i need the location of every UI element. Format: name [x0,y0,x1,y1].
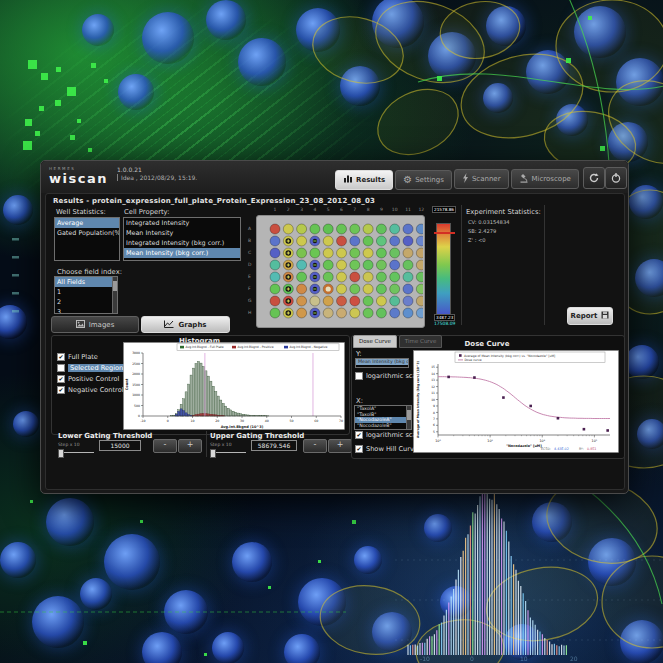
cell-property-item[interactable]: Integrated Intensity (bkg corr.) [124,238,240,248]
well-E1[interactable] [270,272,280,282]
cell-property-item[interactable]: Mean Intensity [124,228,240,238]
dose-y-list[interactable]: Mean Intensity (bkg corr.) [355,358,409,368]
images-button[interactable]: Images [51,316,139,333]
graph-tab-dose-curve[interactable]: Dose Curve [353,335,397,348]
well-A11[interactable] [403,224,413,234]
well-F7[interactable] [350,284,360,294]
checkbox-row-full-plate[interactable]: ✔Full Plate [57,353,125,361]
well-A9[interactable] [376,224,386,234]
well-E5[interactable] [323,272,333,282]
well-B9[interactable] [376,236,386,246]
well-B12[interactable] [416,236,423,246]
well-F11[interactable] [403,284,413,294]
well-H12[interactable] [416,308,423,318]
well-H10[interactable] [390,308,400,318]
checkbox-row-positive-control[interactable]: ✔Positive Control [57,375,125,383]
checkbox[interactable]: ✔ [57,375,65,383]
well-C7[interactable] [350,248,360,258]
tab-scanner[interactable]: Scanner [454,169,509,189]
well-statistics-item[interactable]: Average [55,218,119,228]
well-A10[interactable] [390,224,400,234]
upper-gating-value[interactable]: 58679.546 [251,440,297,451]
well-A4[interactable] [310,224,320,234]
show-hill-row[interactable]: ✔Show Hill Curve [355,445,418,453]
well-D8[interactable] [363,260,373,270]
well-C11[interactable] [403,248,413,258]
well-F10[interactable] [390,284,400,294]
well-A5[interactable] [323,224,333,234]
checkbox-row-negative-control[interactable]: ✔Negative Control [57,386,125,394]
well-D11[interactable] [403,260,413,270]
well-F8[interactable] [363,284,373,294]
well-D7[interactable] [350,260,360,270]
well-F12[interactable] [416,284,423,294]
field-index-item[interactable]: 3 [55,307,117,314]
report-button[interactable]: Report [567,307,613,325]
well-H5[interactable] [323,308,333,318]
well-C12[interactable] [416,248,423,258]
well-E11[interactable] [403,272,413,282]
well-C3[interactable] [297,248,307,258]
lower-minus-button[interactable]: - [153,439,177,453]
well-F9[interactable] [376,284,386,294]
upper-minus-button[interactable]: - [303,439,327,453]
well-B6[interactable] [337,236,347,246]
well-H6[interactable] [337,308,347,318]
field-index-item[interactable]: 2 [55,297,117,307]
well-G1[interactable] [270,296,280,306]
well-G9[interactable] [376,296,386,306]
well-E7[interactable] [350,272,360,282]
well-G7[interactable] [350,296,360,306]
well-B7[interactable] [350,236,360,246]
well-C8[interactable] [363,248,373,258]
graph-tab-time-curve[interactable]: Time Curve [399,335,442,348]
plate-wells[interactable] [256,215,423,326]
field-index-item[interactable]: 1 [55,287,117,297]
well-B8[interactable] [363,236,373,246]
lower-gating-slider[interactable] [58,452,94,453]
well-A3[interactable] [297,224,307,234]
well-E10[interactable] [390,272,400,282]
x-list-scrollbar[interactable] [406,406,411,429]
lower-slider-handle[interactable] [58,449,64,458]
graphs-button[interactable]: Graphs [141,316,230,333]
refresh-button[interactable] [583,167,605,189]
lower-gating-value[interactable]: 15000 [99,440,141,451]
well-G12[interactable] [416,296,423,306]
well-C6[interactable] [337,248,347,258]
show-hill-checkbox[interactable]: ✔ [355,445,363,453]
well-H7[interactable] [350,308,360,318]
well-H9[interactable] [376,308,386,318]
well-C10[interactable] [390,248,400,258]
well-A1[interactable] [270,224,280,234]
well-E8[interactable] [363,272,373,282]
well-D3[interactable] [297,260,307,270]
colorbar-marker[interactable] [434,232,455,234]
cell-property-item[interactable]: Integrated Intensity [124,218,240,228]
well-A8[interactable] [363,224,373,234]
well-C4[interactable] [310,248,320,258]
field-index-list[interactable]: All Fields12345 [54,276,118,314]
well-F3[interactable] [297,284,307,294]
well-G4[interactable] [310,296,320,306]
well-B5[interactable] [323,236,333,246]
checkbox[interactable] [57,364,65,372]
well-D9[interactable] [376,260,386,270]
log-y-checkbox[interactable] [355,372,363,380]
upper-slider-handle[interactable] [210,449,216,458]
well-H3[interactable] [297,308,307,318]
well-B3[interactable] [297,236,307,246]
well-G8[interactable] [363,296,373,306]
well-B11[interactable] [403,236,413,246]
dose-y-item[interactable]: Mean Intensity (bkg corr.) [356,359,408,365]
field-index-item[interactable]: All Fields [55,277,117,287]
well-G11[interactable] [403,296,413,306]
checkbox[interactable]: ✔ [57,353,65,361]
well-D6[interactable] [337,260,347,270]
well-D5[interactable] [323,260,333,270]
well-B1[interactable] [270,236,280,246]
well-G3[interactable] [297,296,307,306]
lower-plus-button[interactable]: + [178,439,202,453]
cell-property-list[interactable]: Integrated IntensityMean IntensityIntegr… [123,217,241,261]
upper-gating-slider[interactable] [210,452,246,453]
